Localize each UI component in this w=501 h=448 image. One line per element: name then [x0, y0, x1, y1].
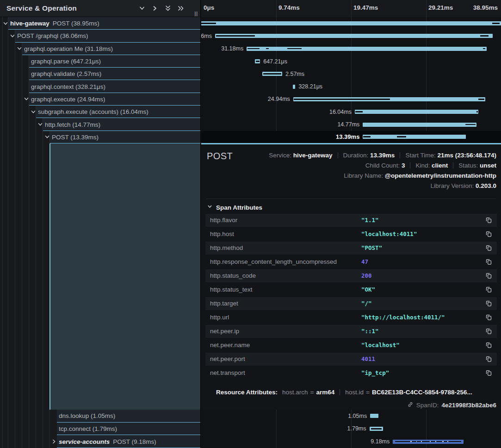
span-duration-bar[interactable] — [247, 47, 487, 51]
timeline-row[interactable]: 38.95ms — [201, 17, 501, 30]
child-span-marker — [483, 48, 485, 50]
copy-icon[interactable] — [485, 342, 493, 349]
chevron-down-icon[interactable] — [23, 96, 30, 102]
timeline-gridline — [426, 0, 427, 17]
chevron-down-icon[interactable] — [16, 45, 23, 52]
detail-meta-line: Library Version: 0.203.0 — [237, 181, 496, 191]
span-attributes-toggle[interactable]: Span Attributes — [207, 204, 262, 211]
panel-resize-handle[interactable]: || — [194, 11, 198, 16]
meta-label: Kind: — [415, 162, 432, 169]
meta-value: client — [432, 162, 448, 169]
copy-icon[interactable] — [485, 244, 493, 252]
attribute-row: http.target"/" — [205, 297, 497, 310]
span-attributes-header: Span Attributes — [216, 204, 262, 211]
timeline-axis: 0μs9.74ms19.47ms29.21ms38.95ms — [201, 0, 501, 17]
timeline-row[interactable]: 36.06ms — [201, 30, 501, 42]
span-detail-panel: POST Service: hive-gatewayDuration: 13.3… — [201, 143, 501, 410]
copy-icon[interactable] — [485, 314, 493, 321]
chevron-down-icon[interactable] — [9, 33, 16, 39]
span-duration-bar[interactable] — [363, 135, 466, 139]
tree-row[interactable]: POST (13.39ms) — [0, 131, 201, 143]
resource-attributes-row[interactable]: Resource Attributes:host.arch=arm64host.… — [207, 387, 472, 397]
timeline-row[interactable]: 24.94ms — [201, 93, 501, 106]
copy-icon[interactable] — [485, 300, 493, 307]
attribute-key: net.transport — [210, 367, 245, 380]
span-duration-bar[interactable] — [201, 21, 501, 25]
chevron-down-icon[interactable] — [44, 134, 50, 140]
attribute-key: http.response_content_length_uncompresse… — [210, 255, 337, 268]
timeline-row[interactable]: 16.04ms — [201, 106, 501, 118]
tree-row[interactable]: tcp.connect (1.79ms) — [0, 423, 201, 436]
tree-row[interactable]: graphql.operation Me (31.18ms) — [0, 43, 201, 55]
timeline-row[interactable]: 9.18ms — [201, 435, 501, 448]
timeline-row[interactable]: 2.57ms — [201, 68, 501, 80]
tree-row[interactable]: http.fetch (14.77ms) — [0, 118, 201, 131]
copy-icon[interactable] — [485, 217, 493, 224]
meta-value: 13.39ms — [370, 152, 395, 159]
span-duration-bar[interactable] — [370, 414, 378, 418]
span-duration-bar[interactable] — [393, 440, 464, 444]
copy-icon[interactable] — [485, 328, 493, 335]
tree-row[interactable]: dns.lookup (1.05ms) — [0, 410, 201, 423]
tree-row[interactable]: graphql.execute (24.94ms) — [0, 93, 201, 106]
collapse-one-icon[interactable] — [138, 5, 146, 12]
tree-row[interactable]: graphql.validate (2.57ms) — [0, 68, 201, 80]
tree-row[interactable]: POST /graphql (36.06ms) — [0, 30, 201, 42]
span-detail-meta: Service: hive-gatewayDuration: 13.39msSt… — [237, 150, 496, 191]
tree-row[interactable]: hive-gatewayPOST (38.95ms) — [0, 17, 201, 30]
tree-row[interactable]: subgraph.execute (accounts) (16.04ms) — [0, 106, 201, 118]
timeline-row[interactable]: 14.77ms — [201, 118, 501, 131]
attribute-key: net.peer.port — [210, 353, 245, 366]
span-duration-bar[interactable] — [262, 72, 282, 76]
link-icon[interactable] — [407, 401, 414, 409]
span-name-label: POST /graphql (36.06ms) — [17, 30, 88, 42]
span-name-label: POST (13.39ms) — [52, 131, 99, 143]
span-duration-bar[interactable] — [355, 110, 478, 114]
chevron-right-icon[interactable] — [51, 438, 57, 445]
timeline-row[interactable]: 13.39ms — [201, 131, 501, 143]
attribute-row: net.peer.name"localhost" — [205, 339, 497, 352]
timeline-row[interactable]: 328.21μs — [201, 81, 501, 93]
span-attributes-table: http.flavor"1.1"http.host"localhost:4011… — [205, 214, 497, 380]
expand-all-icon[interactable] — [177, 5, 185, 12]
chevron-down-icon[interactable] — [2, 20, 9, 27]
bar-duration-label: 16.04ms — [329, 106, 352, 118]
timeline-row[interactable]: 1.79ms — [201, 423, 501, 436]
meta-label: Duration: — [343, 152, 371, 159]
attribute-key: net.peer.name — [210, 339, 250, 352]
span-duration-bar[interactable] — [293, 85, 295, 89]
child-span-marker — [263, 73, 281, 75]
chevron-down-icon[interactable] — [37, 121, 43, 128]
bar-duration-label: 647.21μs — [263, 55, 287, 68]
span-duration-bar[interactable] — [293, 97, 485, 101]
child-span-marker — [371, 428, 382, 429]
copy-icon[interactable] — [485, 258, 493, 266]
span-duration-bar[interactable] — [363, 123, 476, 127]
copy-icon[interactable] — [485, 230, 493, 238]
timeline-row[interactable]: 647.21μs — [201, 55, 501, 68]
panel-title: Service & Operation — [6, 4, 77, 12]
span-duration-bar[interactable] — [215, 34, 493, 38]
copy-icon[interactable] — [485, 355, 493, 363]
collapse-all-icon[interactable] — [164, 5, 172, 12]
self-time-marker — [442, 441, 444, 442]
copy-icon[interactable] — [485, 272, 493, 280]
attribute-row: http.flavor"1.1" — [205, 214, 497, 227]
tree-row[interactable]: service-accountsPOST (9.18ms) — [0, 435, 201, 448]
copy-icon[interactable] — [485, 369, 493, 377]
meta-label: Status: — [458, 162, 480, 169]
chevron-down-icon[interactable] — [30, 109, 37, 115]
attribute-row: http.host"localhost:4011" — [205, 228, 497, 241]
timeline-row[interactable]: 1.05ms — [201, 410, 501, 423]
expand-one-icon[interactable] — [151, 5, 159, 12]
copy-icon[interactable] — [485, 286, 493, 293]
tree-row[interactable]: graphql.context (328.21μs) — [0, 81, 201, 93]
attribute-value: "POST" — [361, 242, 382, 255]
self-time-marker — [447, 441, 448, 442]
span-duration-bar[interactable] — [370, 427, 383, 431]
tree-row[interactable]: graphql.parse (647.21μs) — [0, 55, 201, 68]
meta-value: 21ms (23:56:48.174) — [437, 152, 496, 159]
span-name-label: http.fetch (14.77ms) — [45, 118, 100, 131]
span-duration-bar[interactable] — [255, 59, 260, 63]
timeline-row[interactable]: 31.18ms — [201, 43, 501, 55]
